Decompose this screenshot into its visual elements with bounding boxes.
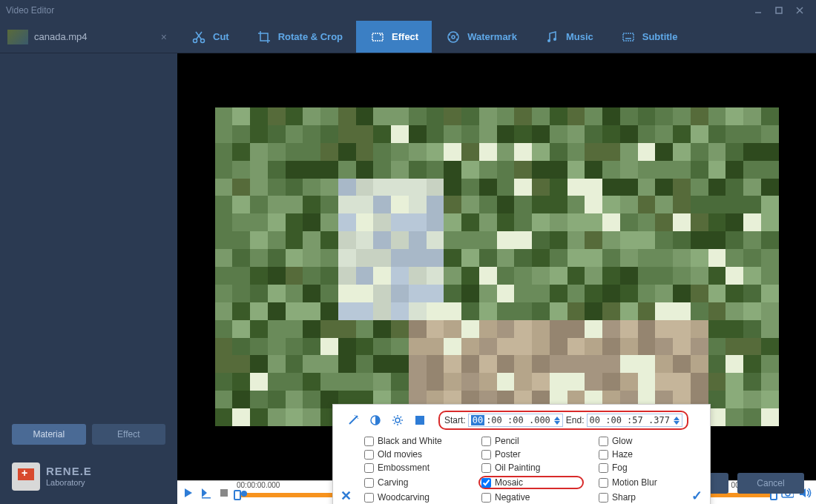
tool-subtitle-label: Subtitle <box>642 31 678 42</box>
effect-checkbox[interactable] <box>599 463 608 473</box>
tool-watermark[interactable]: Watermark <box>432 21 530 53</box>
effect-sharp[interactable]: Sharp <box>599 492 701 503</box>
contrast-icon[interactable] <box>369 414 382 427</box>
effect-label: Negative <box>495 492 530 503</box>
effect-mosaic[interactable]: Mosaic <box>478 476 584 489</box>
minimize-button[interactable] <box>748 3 769 18</box>
svg-rect-42 <box>415 416 424 425</box>
file-thumbnail <box>7 30 28 44</box>
effect-checkbox[interactable] <box>599 493 608 503</box>
end-time-input[interactable]: 00 :00 :57 .377 <box>587 414 682 427</box>
effects-top: Start: 00 :00 :00 .000 End: 00 :00 :57 .… <box>342 411 701 430</box>
svg-rect-22 <box>202 497 211 499</box>
brightness-icon[interactable] <box>391 414 404 427</box>
start-hh: 00 <box>471 415 484 425</box>
effects-confirm-icon[interactable]: ✓ <box>691 488 703 504</box>
effect-woodcarving[interactable]: Woodcarving <box>364 492 467 503</box>
effect-checkbox[interactable] <box>364 478 374 488</box>
tool-effect[interactable]: Effect <box>356 21 432 53</box>
tool-cut-label: Cut <box>213 31 229 42</box>
svg-point-12 <box>449 34 450 36</box>
time-group: Start: 00 :00 :00 .000 End: 00 :00 :57 .… <box>438 411 688 430</box>
svg-line-30 <box>355 415 355 416</box>
svg-line-28 <box>349 417 357 424</box>
crop-icon <box>256 29 272 45</box>
effect-oil-painting[interactable]: Oil Painting <box>481 462 584 473</box>
file-close-icon[interactable]: × <box>158 31 170 43</box>
tool-effect-label: Effect <box>392 31 418 42</box>
effects-cancel-icon[interactable]: ✕ <box>340 488 352 504</box>
play-button[interactable] <box>182 486 195 500</box>
effect-black-and-white[interactable]: Black and White <box>364 436 467 446</box>
effect-poster[interactable]: Poster <box>481 449 584 460</box>
effect-carving[interactable]: Carving <box>364 476 467 489</box>
sidebar-tab-material[interactable]: Material <box>12 424 86 445</box>
tool-subtitle[interactable]: Subtitle <box>607 21 691 53</box>
sidebar-tab-effect[interactable]: Effect <box>92 424 166 445</box>
start-time-field: Start: 00 :00 :00 .000 <box>444 414 563 427</box>
track-playhead[interactable] <box>241 491 247 497</box>
effect-label: Glow <box>612 436 632 446</box>
tool-buttons: Cut Rotate & Crop Effect Watermark Music… <box>177 21 816 53</box>
effect-embossment[interactable]: Embossment <box>364 462 467 473</box>
effect-label: Poster <box>495 449 521 460</box>
effect-checkbox[interactable] <box>364 450 374 460</box>
track-handle-left[interactable] <box>234 490 241 500</box>
tool-watermark-label: Watermark <box>467 31 517 42</box>
svg-point-9 <box>380 34 381 36</box>
start-label: Start: <box>444 415 466 425</box>
tool-music[interactable]: Music <box>530 21 607 53</box>
svg-marker-20 <box>185 488 192 497</box>
effects-grid: Black and WhitePencilGlowOld moviesPoste… <box>342 436 701 503</box>
window-title: Video Editor <box>6 5 748 16</box>
effect-fog[interactable]: Fog <box>599 462 701 473</box>
effect-glow[interactable]: Glow <box>599 436 701 446</box>
effect-old-movies[interactable]: Old movies <box>364 449 467 460</box>
effect-checkbox[interactable] <box>599 450 608 460</box>
effect-label: Sharp <box>612 492 636 503</box>
tool-cut[interactable]: Cut <box>177 21 243 53</box>
svg-point-4 <box>194 39 197 42</box>
close-button[interactable] <box>789 3 810 18</box>
brand: RENE.E Laboratory <box>0 452 177 504</box>
sidebar-tabs: Material Effect <box>0 417 177 452</box>
wand-icon[interactable] <box>346 414 360 427</box>
effect-motion-blur[interactable]: Motion Blur <box>599 476 701 489</box>
effect-checkbox[interactable] <box>364 493 374 503</box>
step-button[interactable] <box>200 486 213 500</box>
scissors-icon <box>191 29 207 45</box>
stop-button[interactable] <box>217 486 231 500</box>
effect-checkbox[interactable] <box>364 463 374 473</box>
end-spinner[interactable] <box>674 417 680 425</box>
maximize-button[interactable] <box>769 3 789 18</box>
effect-checkbox[interactable] <box>481 450 491 460</box>
svg-line-41 <box>401 417 402 418</box>
effect-haze[interactable]: Haze <box>599 449 701 460</box>
effect-label: Oil Painting <box>495 462 540 473</box>
effect-checkbox[interactable] <box>364 437 374 446</box>
effect-checkbox[interactable] <box>481 478 491 488</box>
sidebar-body <box>0 53 177 417</box>
file-tab[interactable]: canada.mp4 × <box>0 21 177 53</box>
brand-line2: Laboratory <box>46 478 92 488</box>
effect-checkbox[interactable] <box>599 478 608 488</box>
effect-negative[interactable]: Negative <box>481 492 584 503</box>
effect-checkbox[interactable] <box>481 463 491 473</box>
cancel-button[interactable]: Cancel <box>737 473 804 494</box>
effects-icons <box>342 412 431 428</box>
effect-checkbox[interactable] <box>481 437 491 446</box>
square-icon[interactable] <box>413 414 427 427</box>
svg-rect-8 <box>372 33 383 41</box>
effect-pencil[interactable]: Pencil <box>481 436 584 446</box>
effect-checkbox[interactable] <box>481 493 491 503</box>
effect-label: Embossment <box>378 462 430 473</box>
svg-line-39 <box>401 423 402 425</box>
tool-rotate-crop[interactable]: Rotate & Crop <box>243 21 356 53</box>
start-rest: :00 :00 .000 <box>486 415 550 425</box>
end-label: End: <box>566 415 585 425</box>
start-time-input[interactable]: 00 :00 :00 .000 <box>468 414 563 427</box>
effect-label: Black and White <box>378 436 442 446</box>
effect-checkbox[interactable] <box>599 437 608 446</box>
effect-label: Pencil <box>495 436 519 446</box>
start-spinner[interactable] <box>554 417 560 425</box>
